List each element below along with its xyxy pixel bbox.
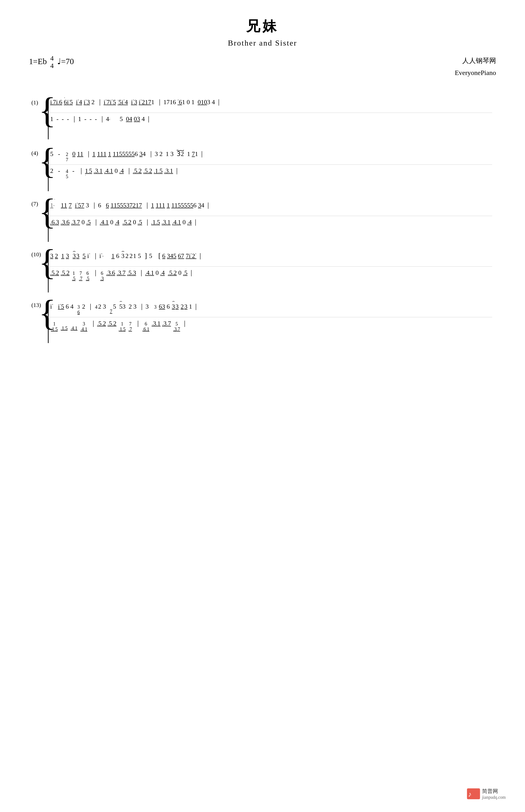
header-meta: 1=Eb 4 4 ♩=70 人人钢琴网 EveryonePiano — [29, 55, 496, 79]
page: 兄妹 Brother and Sister 1=Eb 4 4 ♩=70 人人钢琴… — [0, 0, 525, 791]
source-en: EveryonePiano — [455, 67, 496, 79]
title-section: 兄妹 Brother and Sister — [29, 17, 496, 47]
key-tempo: 1=Eb 4 4 ♩=70 — [29, 55, 74, 79]
time-sig-num: 4 — [50, 55, 54, 62]
score-area: (1) { i· 7 i· 6 ·6 i· — [29, 91, 496, 767]
tempo: ♩=70 — [57, 57, 74, 66]
score-svg: (1) { i· 7 i· 6 ·6 i· — [29, 91, 496, 766]
piece-subtitle: Brother and Sister — [29, 38, 496, 47]
attribution: 人人钢琴网 EveryonePiano — [455, 55, 496, 79]
svg-text:(7): (7) — [31, 201, 38, 207]
logo-svg: ♪ — [467, 788, 480, 799]
logo-text-block: 简普网 jianpudq.com — [482, 788, 506, 800]
time-sig: 4 4 — [50, 55, 54, 70]
svg-text:(4): (4) — [31, 150, 38, 156]
key-signature: 1=Eb — [29, 57, 47, 66]
logo-cn: 简普网 — [482, 788, 498, 795]
source-cn: 人人钢琴网 — [455, 55, 496, 67]
bottom-logo: ♪ 简普网 jianpudq.com — [467, 788, 506, 800]
time-sig-den: 4 — [50, 62, 54, 70]
system1-label: (1) — [31, 99, 38, 106]
svg-text:♪: ♪ — [468, 790, 471, 798]
logo-url: jianpudq.com — [482, 795, 506, 800]
piece-title: 兄妹 — [29, 17, 496, 36]
